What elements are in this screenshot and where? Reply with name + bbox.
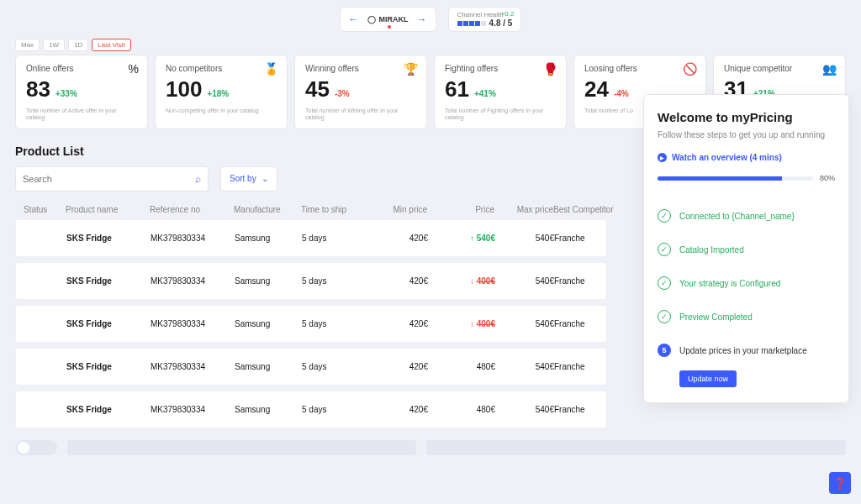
cell-reference: MK379830334 [151,319,235,328]
progress-fill [658,176,782,181]
time-filter-last-visit[interactable]: Last Visit [92,39,130,51]
channel-indicator-dot [388,25,391,29]
cell-product-name: SKS Fridge [66,319,151,328]
onboard-step-done: ✓Connected to {Channel_name} [658,199,835,233]
stat-delta: +33% [55,89,77,98]
search-input[interactable] [23,174,195,184]
cell-price: ↓ 400€ [428,276,495,286]
col-price[interactable]: Price [427,205,494,214]
stat-card-online-offers[interactable]: Online offers % 83 +33% Total number of … [15,55,148,129]
stat-delta: +41% [474,89,496,98]
cell-ship: 5 days [302,319,369,328]
help-icon: ❓ [833,477,847,490]
progress-row: 80% [658,174,835,182]
cell-competitor: Franche [554,276,630,286]
col-best-competitor[interactable]: Best Competitor [553,205,629,214]
table-row[interactable]: SKS Fridge MK379830334 Samsung 5 days 42… [15,391,607,428]
onboarding-panel: Welcome to myPricing Follow these steps … [643,94,849,403]
time-filter-1w[interactable]: 1W [43,39,65,51]
onboard-subtitle: Follow these steps to get you up and run… [658,129,835,141]
cell-reference: MK379830334 [151,405,235,414]
cell-ship: 5 days [302,405,369,414]
help-button[interactable]: ❓ [829,472,851,494]
time-filter-max[interactable]: Max [15,39,40,51]
cell-manufacture: Samsung [235,276,302,286]
cell-competitor: Franche [554,234,630,243]
watch-overview-link[interactable]: ▶ Watch an overview (4 mins) [658,153,835,162]
onboard-step-done: ✓Catalog Imported [658,233,835,266]
boxing-icon: 🥊 [543,62,557,76]
cell-competitor: Franche [554,405,630,414]
sort-button[interactable]: Sort by ⌄ [220,166,277,192]
cell-min-price: 420€ [369,276,428,286]
stat-delta: -4% [614,89,629,98]
arrow-up-icon: ↑ [470,234,474,243]
col-min-price[interactable]: Min price [368,205,427,214]
cell-max-price: 540€ [495,234,554,243]
col-manufacture[interactable]: Manufacture [234,205,301,214]
check-icon: ✓ [658,243,671,256]
stat-value: 45 [305,76,330,102]
stat-title: Online offers [26,64,137,73]
cell-product-name: SKS Fridge [66,234,151,243]
step-label: Preview Completed [679,312,753,322]
cell-max-price: 540€ [495,362,554,371]
table-toggle[interactable] [15,440,57,455]
cell-product-name: SKS Fridge [66,276,151,286]
cell-ship: 5 days [302,234,369,243]
cell-price: 480€ [428,362,495,371]
channel-logo-icon: ◯ [367,15,376,24]
col-reference-no[interactable]: Reference no [150,205,234,214]
search-icon[interactable]: ⌕ [195,173,201,185]
stat-card-fighting-offers[interactable]: Fighting offers 🥊 61 +41% Total number o… [434,55,567,129]
stat-description: Total number of Fighting offers in your … [445,108,556,122]
col-max-price[interactable]: Max price [494,205,553,214]
col-product-name[interactable]: Product name [66,205,150,214]
table-row[interactable]: SKS Fridge MK379830334 Samsung 5 days 42… [15,348,607,386]
time-filter-group: Max1W1DLast Visit [0,35,861,55]
trophy-icon: 🏆 [404,62,418,76]
cell-ship: 5 days [302,276,369,286]
product-table: StatusProduct nameReference noManufactur… [0,200,622,428]
cell-price: ↑ 540€ [428,234,495,243]
table-row[interactable]: SKS Fridge MK379830334 Samsung 5 days 42… [15,305,607,343]
cell-competitor: Franche [554,319,630,328]
col-time-to-ship[interactable]: Time to ship [301,205,368,214]
check-icon: ✓ [658,276,671,290]
step-label: Update prices in your marketplace [679,346,807,355]
cell-min-price: 420€ [369,362,428,371]
chevron-down-icon: ⌄ [261,174,268,183]
channel-health-card: Channel Health 4.8 / 5 +0.2 [448,7,522,32]
cell-reference: MK379830334 [151,276,235,286]
onboard-step-done: ✓Your strategy is Configured [658,266,835,300]
cell-product-name: SKS Fridge [66,362,151,371]
stat-value: 61 [445,76,469,102]
skeleton-bar [426,440,846,455]
update-now-button[interactable]: Update now [679,370,737,387]
pagination-skeleton [0,433,861,462]
stat-value: 100 [166,76,202,102]
cell-ship: 5 days [302,362,369,371]
award-icon: 🏅 [264,62,278,76]
table-row[interactable]: SKS Fridge MK379830334 Samsung 5 days 42… [15,219,607,257]
table-row[interactable]: SKS Fridge MK379830334 Samsung 5 days 42… [15,262,607,300]
skeleton-bar [67,440,416,455]
watch-label: Watch an overview (4 mins) [672,153,782,162]
cell-max-price: 540€ [495,319,554,328]
cell-max-price: 540€ [495,276,554,286]
col-status[interactable]: Status [24,205,66,214]
stat-description: Non-competing offer in your catalog [166,108,277,114]
onboard-title: Welcome to myPricing [658,110,835,124]
stat-card-no-competitors[interactable]: No competitors 🏅 100 +18% Non-competing … [155,55,288,129]
stat-card-winning-offers[interactable]: Winning offers 🏆 45 -3% Total number of … [294,55,427,129]
cell-manufacture: Samsung [235,405,302,414]
next-channel-icon[interactable]: → [417,13,427,25]
check-icon: ✓ [658,209,671,223]
search-field[interactable]: ⌕ [15,166,209,192]
channel-selector[interactable]: ← ◯ MIRAKL → [340,7,436,32]
prev-channel-icon[interactable]: ← [349,13,359,25]
cell-price: ↓ 400€ [428,319,495,328]
cell-min-price: 420€ [369,319,428,328]
time-filter-1d[interactable]: 1D [68,39,88,51]
cell-manufacture: Samsung [235,234,302,243]
